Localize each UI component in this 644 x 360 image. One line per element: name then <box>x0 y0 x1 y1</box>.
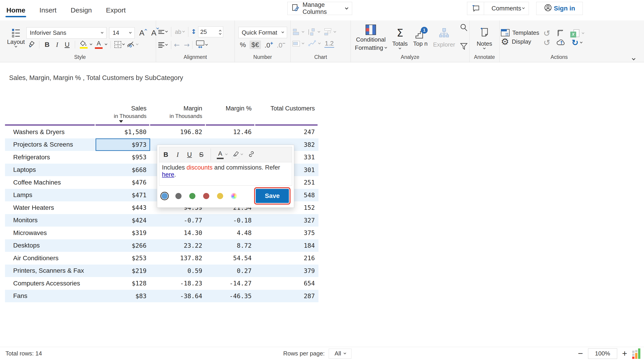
cell-customers[interactable]: 375 <box>255 227 318 239</box>
cell-margin-pct[interactable]: 12.46 <box>206 126 255 138</box>
cell-customers[interactable]: 287 <box>255 290 318 303</box>
cell-category[interactable]: Water Heaters <box>5 204 96 211</box>
font-name-select[interactable]: Inforiver Sans <box>26 27 106 39</box>
bold-button[interactable]: B <box>162 151 169 158</box>
cell-category[interactable]: Desktops <box>5 242 96 249</box>
cell-sales[interactable]: $219 <box>96 265 150 277</box>
cell-customers[interactable]: 216 <box>255 252 318 265</box>
cell-category[interactable]: Lamps <box>5 191 96 199</box>
fill-color-button[interactable] <box>78 40 93 49</box>
cell-sales[interactable]: $266 <box>96 239 150 252</box>
tab-design[interactable]: Design <box>70 2 92 19</box>
insert-link-button[interactable] <box>248 150 255 159</box>
header-total-customers[interactable]: Total Customers <box>255 105 318 124</box>
horizontal-align-button[interactable] <box>158 42 168 48</box>
templates-button[interactable]: Templates <box>501 29 539 36</box>
swatch-multicolor[interactable] <box>230 192 238 200</box>
cell-customers[interactable]: 654 <box>255 277 318 290</box>
cell-category[interactable]: Computers Accessories <box>5 280 96 287</box>
swatch-green[interactable] <box>188 192 196 200</box>
cell-customers[interactable]: 247 <box>255 126 318 138</box>
cell-category[interactable]: Microwaves <box>5 229 96 237</box>
refresh-button[interactable]: ↻ <box>572 38 582 47</box>
font-size-select[interactable]: 14 <box>109 27 135 39</box>
strikethrough-button[interactable]: S <box>198 151 205 158</box>
cell-sales[interactable]: $128 <box>96 277 150 290</box>
tab-export[interactable]: Export <box>106 2 126 19</box>
excel-export-button[interactable]: X <box>570 29 580 37</box>
search-button[interactable] <box>459 23 468 33</box>
increase-decimal-button[interactable]: .0+ <box>264 40 273 49</box>
bold-button[interactable]: B <box>42 41 52 48</box>
cell-sales[interactable]: $953 <box>96 151 150 164</box>
tab-insert[interactable]: Insert <box>39 2 57 19</box>
conditional-formatting-button[interactable]: Conditional Formatting <box>352 22 390 54</box>
cell-customers[interactable]: 327 <box>255 214 318 227</box>
font-color-button[interactable]: A <box>217 150 227 159</box>
underline-button[interactable]: U <box>62 41 72 48</box>
collapse-ribbon-icon[interactable] <box>632 57 636 60</box>
percent-format-button[interactable]: % <box>240 41 246 49</box>
swatch-gray[interactable] <box>174 192 183 200</box>
font-color-button[interactable]: A <box>93 40 108 49</box>
merge-cells-button[interactable]: ↔ <box>195 40 208 49</box>
cell-margin-pct[interactable]: -14.27 <box>206 277 255 290</box>
highlight-color-button[interactable] <box>232 151 243 158</box>
display-button[interactable]: ⚙ Display <box>501 36 539 47</box>
swatch-red[interactable] <box>202 192 210 200</box>
tab-home[interactable]: Home <box>6 2 26 19</box>
cloud-upload-button[interactable]: ↑ <box>556 38 566 47</box>
top-n-button[interactable]: 1 Top n <box>410 22 430 54</box>
cell-sales[interactable]: $668 <box>96 164 150 176</box>
italic-button[interactable]: I <box>52 41 62 48</box>
cell-margin[interactable]: 0.59 <box>150 265 206 277</box>
cell-margin[interactable]: 23.22 <box>150 239 206 252</box>
cell-margin[interactable]: -18.23 <box>150 277 206 290</box>
cell-margin[interactable]: -0.77 <box>150 214 206 227</box>
cell-category[interactable]: Refrigerators <box>5 154 96 161</box>
totals-button[interactable]: Σ Totals <box>390 22 410 54</box>
cell-margin-pct[interactable]: 0.27 <box>206 265 255 277</box>
ruler-icon[interactable] <box>556 29 564 38</box>
format-painter-button[interactable] <box>26 40 36 49</box>
grow-font-button[interactable]: A <box>139 28 147 37</box>
stepper-down-icon[interactable] <box>219 32 222 34</box>
cell-category[interactable]: Laptops <box>5 166 96 173</box>
header-category[interactable] <box>5 105 96 124</box>
comments-button-group[interactable]: Comments <box>467 2 529 15</box>
layout-button[interactable]: Layout <box>6 29 26 47</box>
cell-category[interactable]: Air Conditioners <box>5 255 96 262</box>
vertical-align-button[interactable] <box>158 30 168 34</box>
cell-margin[interactable]: -38.64 <box>150 290 206 303</box>
cell-margin[interactable]: 196.82 <box>150 126 206 138</box>
notes-button[interactable]: Notes <box>474 27 495 49</box>
cell-sales[interactable]: $471 <box>96 189 150 202</box>
cell-sales[interactable]: $83 <box>96 290 150 303</box>
note-hyperlink[interactable]: here <box>162 171 174 178</box>
cell-margin[interactable]: 14.30 <box>150 227 206 239</box>
zoom-in-button[interactable]: + <box>622 349 627 359</box>
cell-category[interactable]: Coffee Machines <box>5 179 96 186</box>
note-text-editor[interactable]: Includes discounts and commissions. Refe… <box>159 162 292 186</box>
row-height-stepper[interactable]: 25 <box>198 26 223 37</box>
cell-sales[interactable]: $319 <box>96 227 150 239</box>
cell-sales[interactable]: $1,580 <box>96 126 150 138</box>
manage-columns-button[interactable]: Manage Columns <box>287 2 352 15</box>
cell-sales[interactable]: $476 <box>96 176 150 189</box>
cell-category[interactable]: Monitors <box>5 217 96 224</box>
header-margin-pct[interactable]: Margin % <box>206 105 255 124</box>
quick-format-select[interactable]: Quick Format <box>238 27 287 38</box>
save-button[interactable]: Save <box>256 189 289 203</box>
cell-category[interactable]: Fans <box>5 292 96 300</box>
cell-margin-pct[interactable]: -46.35 <box>206 290 255 303</box>
italic-button[interactable]: I <box>174 151 181 158</box>
add-comment-icon[interactable] <box>467 2 484 15</box>
header-sales[interactable]: Sales in Thousands <box>96 105 150 124</box>
underline-button[interactable]: U <box>186 151 193 158</box>
cell-sales[interactable]: $424 <box>96 214 150 227</box>
comments-button[interactable]: Comments <box>487 5 529 12</box>
header-margin[interactable]: Margin in Thousands <box>150 105 206 124</box>
zoom-out-button[interactable]: − <box>578 349 583 359</box>
cell-sales-selected[interactable]: $973 <box>96 138 150 151</box>
rows-per-page-select[interactable]: All <box>329 349 352 359</box>
